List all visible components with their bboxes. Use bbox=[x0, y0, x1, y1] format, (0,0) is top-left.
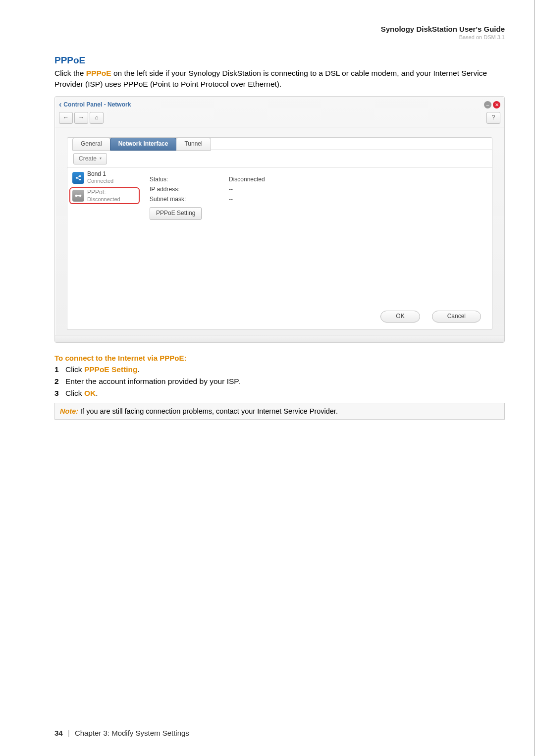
app-chevron-icon: ‹ bbox=[59, 100, 61, 110]
create-dropdown[interactable]: Create bbox=[73, 153, 107, 165]
cancel-button[interactable]: Cancel bbox=[432, 311, 481, 323]
page-number: 34 bbox=[54, 729, 63, 737]
status-value: Disconnected bbox=[229, 176, 265, 184]
ip-label: IP address: bbox=[150, 186, 229, 194]
help-button[interactable]: ? bbox=[486, 112, 500, 124]
window-statusbar bbox=[55, 335, 504, 342]
nav-back-button[interactable]: ← bbox=[59, 112, 73, 124]
intro-pre: Click the bbox=[54, 69, 86, 77]
step-2: Enter the account information provided b… bbox=[54, 377, 505, 386]
control-panel-window: ‹ Control Panel - Network – ✕ ← → ⌂ ? Ge… bbox=[54, 96, 505, 343]
nav-home-button[interactable]: ⌂ bbox=[90, 112, 104, 124]
chapter-label: Chapter 3: Modify System Settings bbox=[75, 729, 189, 737]
bond-icon bbox=[72, 172, 84, 184]
page-footer: 34 | Chapter 3: Modify System Settings bbox=[54, 729, 189, 737]
sidebar-item-bond1[interactable]: Bond 1 Connected bbox=[69, 169, 140, 186]
subnet-label: Subnet mask: bbox=[150, 196, 229, 204]
step3-link: OK bbox=[84, 389, 96, 397]
bond-name: Bond 1 bbox=[87, 171, 113, 178]
window-title: ‹ Control Panel - Network bbox=[59, 100, 131, 110]
ip-value: -- bbox=[229, 186, 233, 194]
note-box: Note: If you are still facing connection… bbox=[54, 403, 505, 420]
inner-panel: General Network Interface Tunnel Create bbox=[67, 137, 492, 330]
pppoe-state: Disconnected bbox=[87, 196, 120, 203]
window-titlebar: ‹ Control Panel - Network – ✕ bbox=[55, 97, 504, 110]
svg-rect-5 bbox=[76, 195, 80, 196]
tab-tunnel[interactable]: Tunnel bbox=[176, 138, 211, 151]
nav-forward-button[interactable]: → bbox=[74, 112, 88, 124]
howto-heading: To connect to the Internet via PPPoE: bbox=[54, 354, 505, 362]
footer-divider: | bbox=[68, 729, 70, 737]
window-navbar: ← → ⌂ ? bbox=[55, 110, 504, 127]
interface-sidebar: Bond 1 Connected PPPoE Disconnected bbox=[67, 168, 142, 307]
section-heading-pppoe: PPPoE bbox=[54, 55, 505, 66]
step-3: Click OK. bbox=[54, 389, 505, 398]
pppoe-name: PPPoE bbox=[87, 189, 120, 196]
step3-pre: Click bbox=[65, 389, 84, 397]
section-intro: Click the PPPoE on the left side if your… bbox=[54, 68, 505, 89]
bond-state: Connected bbox=[87, 178, 113, 184]
note-text: If you are still facing connection probl… bbox=[78, 407, 338, 415]
howto-steps: Click PPPoE Setting. Enter the account i… bbox=[54, 365, 505, 398]
subnet-value: -- bbox=[229, 196, 233, 204]
status-label: Status: bbox=[150, 176, 229, 184]
doc-subtitle: Based on DSM 3.1 bbox=[54, 34, 505, 40]
step1-pre: Click bbox=[65, 365, 84, 374]
tab-general[interactable]: General bbox=[72, 138, 110, 151]
ok-button[interactable]: OK bbox=[380, 311, 420, 323]
intro-post: on the left side if your Synology DiskSt… bbox=[54, 69, 487, 88]
doc-title: Synology DiskStation User's Guide bbox=[54, 25, 505, 33]
minimize-icon[interactable]: – bbox=[484, 101, 491, 108]
window-title-text: Control Panel - Network bbox=[63, 101, 131, 109]
close-icon[interactable]: ✕ bbox=[493, 101, 500, 108]
interface-details: Status: Disconnected IP address: -- Subn… bbox=[142, 168, 492, 307]
tab-network-interface[interactable]: Network Interface bbox=[110, 138, 177, 151]
step1-link: PPPoE Setting bbox=[84, 365, 138, 374]
intro-link-pppoe: PPPoE bbox=[86, 69, 111, 77]
tabs: General Network Interface Tunnel bbox=[67, 137, 492, 150]
pppoe-icon bbox=[72, 190, 84, 202]
note-label: Note: bbox=[60, 407, 78, 415]
sidebar-item-pppoe[interactable]: PPPoE Disconnected bbox=[69, 187, 140, 204]
step1-post: . bbox=[138, 365, 140, 374]
step3-post: . bbox=[96, 389, 98, 397]
pppoe-setting-button[interactable]: PPPoE Setting bbox=[150, 207, 202, 220]
step-1: Click PPPoE Setting. bbox=[54, 365, 505, 374]
